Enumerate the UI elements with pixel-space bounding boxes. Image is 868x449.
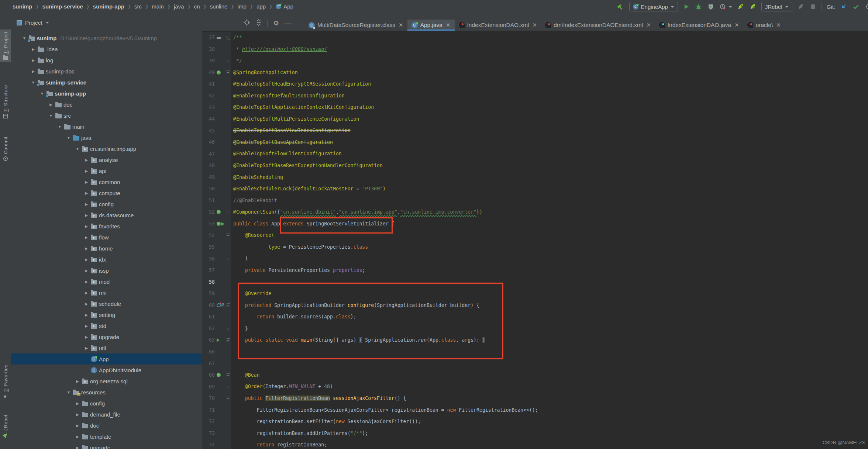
line-number[interactable]: 61 bbox=[202, 314, 216, 320]
chevron-collapsed-icon[interactable]: ▶ bbox=[75, 401, 80, 405]
tree-item-flow[interactable]: ▶flow bbox=[11, 232, 202, 243]
tree-item-resources[interactable]: ▼resources bbox=[11, 387, 202, 398]
tree-item-sunimp-doc[interactable]: ▶sunimp-doc bbox=[11, 66, 202, 77]
chevron-expanded-icon[interactable]: ▼ bbox=[66, 136, 72, 140]
tab-indexextensiondao-xml[interactable]: IndexExtensionDAO.xml✕ bbox=[455, 20, 541, 31]
sidebar-item-jrebel[interactable]: JRebel bbox=[0, 412, 11, 439]
close-icon[interactable]: ✕ bbox=[399, 22, 403, 28]
close-icon[interactable]: ✕ bbox=[646, 22, 651, 28]
tree-item-std[interactable]: ▶std bbox=[11, 320, 202, 331]
line-number[interactable]: 37 bbox=[202, 35, 216, 40]
code-line[interactable]: 71 FilterRegistrationBean<SessionAjaxCor… bbox=[202, 404, 868, 416]
chevron-collapsed-icon[interactable]: ▶ bbox=[83, 213, 89, 217]
line-number[interactable]: 70 bbox=[202, 396, 216, 401]
code-line[interactable]: 73 registrationBean.addUrlPatterns("/*")… bbox=[202, 428, 868, 439]
code-line[interactable]: 68− @Bean bbox=[202, 369, 868, 381]
tree-item-app[interactable]: CApp bbox=[11, 353, 202, 365]
code-line[interactable]: 74 return registrationBean; bbox=[202, 439, 868, 449]
code-line[interactable]: 42@EnableTopSoftDefaultJsonConfiguration bbox=[202, 90, 868, 102]
tree-item-upgrade[interactable]: ▶upgrade bbox=[11, 331, 202, 342]
chevron-collapsed-icon[interactable]: ▶ bbox=[75, 446, 80, 449]
line-number[interactable]: 45 bbox=[202, 128, 216, 134]
line-number[interactable]: 63 bbox=[202, 337, 216, 343]
tree-item-home[interactable]: ▶home bbox=[11, 243, 202, 254]
fold-collapsed-icon[interactable]: + bbox=[227, 338, 230, 342]
tree-item-doc[interactable]: ▶doc bbox=[11, 99, 202, 110]
tree-item-template[interactable]: ▶template bbox=[11, 431, 202, 442]
sidebar-item-project[interactable]: 1: Project bbox=[0, 30, 11, 62]
line-number[interactable]: 62 bbox=[202, 326, 216, 331]
sidebar-item-commit[interactable]: Commit bbox=[0, 134, 11, 163]
code-line[interactable]: 39⌂ */ bbox=[202, 55, 868, 67]
run-gutter-icon[interactable] bbox=[217, 338, 220, 342]
breadcrumb-item[interactable]: src bbox=[134, 3, 142, 10]
code-line[interactable]: 37−/** bbox=[202, 32, 868, 44]
chevron-collapsed-icon[interactable]: ▶ bbox=[83, 346, 89, 350]
build-hammer-icon[interactable] bbox=[617, 3, 624, 10]
fold-end-icon[interactable]: ⌂ bbox=[227, 327, 229, 331]
tree-item-java[interactable]: ▼java bbox=[11, 132, 202, 143]
close-icon[interactable]: ✕ bbox=[776, 22, 781, 28]
line-number[interactable]: 66 bbox=[202, 349, 216, 355]
fold-end-icon[interactable]: ⌂ bbox=[227, 210, 229, 214]
tree-item-rmi[interactable]: ▶rmi bbox=[11, 287, 202, 298]
code-line[interactable]: 43@EnableTopSoftApplicationContextKitCon… bbox=[202, 101, 868, 113]
code-line[interactable]: 46@EnableTopSoftBaseApiConfiguration bbox=[202, 137, 868, 148]
fold-end-icon[interactable]: ⌂ bbox=[227, 257, 229, 261]
chevron-collapsed-icon[interactable]: ▶ bbox=[75, 424, 80, 428]
chevron-collapsed-icon[interactable]: ▶ bbox=[75, 379, 80, 383]
chevron-collapsed-icon[interactable]: ▶ bbox=[83, 324, 89, 328]
line-number[interactable]: 42 bbox=[202, 93, 216, 99]
chevron-collapsed-icon[interactable]: ▶ bbox=[83, 313, 89, 317]
close-icon[interactable]: ✕ bbox=[734, 22, 739, 28]
tree-item-schedule[interactable]: ▶schedule bbox=[11, 298, 202, 309]
tree-item-setting[interactable]: ▶setting bbox=[11, 309, 202, 320]
chevron-collapsed-icon[interactable]: ▶ bbox=[83, 202, 89, 206]
locate-icon[interactable] bbox=[244, 19, 250, 27]
line-number[interactable]: 57 bbox=[202, 267, 216, 273]
chevron-collapsed-icon[interactable]: ▶ bbox=[83, 258, 89, 262]
line-number[interactable]: 58 bbox=[202, 279, 216, 285]
chevron-collapsed-icon[interactable]: ▶ bbox=[75, 435, 80, 439]
fold-end-icon[interactable]: ⌂ bbox=[227, 385, 229, 389]
sidebar-item-structure[interactable]: 7: Structure bbox=[0, 83, 11, 121]
line-number[interactable]: 39 bbox=[202, 58, 216, 63]
run-button[interactable] bbox=[683, 3, 690, 10]
fold-end-icon[interactable]: ⌂ bbox=[227, 59, 229, 63]
line-number[interactable]: 52 bbox=[202, 209, 216, 215]
tree-item-ds-datasource[interactable]: ▶ds.datasource bbox=[11, 210, 202, 221]
tree-item-config[interactable]: ▶config bbox=[11, 198, 202, 210]
chevron-collapsed-icon[interactable]: ▶ bbox=[83, 169, 89, 173]
line-number[interactable]: 72 bbox=[202, 419, 216, 424]
tree-item-appdbinitmodule[interactable]: CAppDbInitModule bbox=[11, 365, 202, 376]
tree-item-common[interactable]: ▶common bbox=[11, 176, 202, 187]
debug-button[interactable] bbox=[695, 3, 702, 10]
code-line[interactable]: 72 registrationBean.setFilter(new Sessio… bbox=[202, 416, 868, 428]
line-number[interactable]: 40 bbox=[202, 70, 216, 75]
run-configuration-select[interactable]: C EngineApp bbox=[629, 2, 678, 11]
close-icon[interactable]: ✕ bbox=[533, 22, 537, 28]
chevron-collapsed-icon[interactable]: ▶ bbox=[30, 47, 36, 51]
chevron-down-icon[interactable] bbox=[45, 22, 49, 24]
code-line[interactable]: 52⌂@ComponentScan({"cn.sunline.dbinit","… bbox=[202, 206, 868, 218]
chevron-collapsed-icon[interactable]: ▶ bbox=[83, 269, 89, 273]
code-editor[interactable]: 37−/**38 * http://localhost:8080/sunimp/… bbox=[202, 31, 868, 449]
fold-open-icon[interactable]: − bbox=[227, 373, 230, 377]
hide-panel-icon[interactable]: — bbox=[285, 21, 291, 26]
tree-item-favorites[interactable]: ▶favorites bbox=[11, 221, 202, 232]
line-number[interactable]: 60 bbox=[202, 303, 216, 308]
git-commit-button[interactable] bbox=[852, 3, 860, 10]
line-number[interactable]: 71 bbox=[202, 407, 216, 413]
tree-item-cn-sunline-imp-app[interactable]: ▼cn.sunline.imp.app bbox=[11, 143, 202, 154]
line-number[interactable]: 49 bbox=[202, 175, 216, 180]
history-icon[interactable] bbox=[864, 3, 868, 10]
chevron-collapsed-icon[interactable]: ▶ bbox=[83, 335, 89, 339]
code-line[interactable]: 56⌂ ) bbox=[202, 253, 868, 265]
tab-app-java[interactable]: CApp.java✕ bbox=[407, 20, 455, 31]
code-line[interactable]: 51//@EnableRabbit bbox=[202, 195, 868, 207]
tree-item-analyse[interactable]: ▶analyse bbox=[11, 154, 202, 165]
line-number[interactable]: 73 bbox=[202, 431, 216, 436]
chevron-collapsed-icon[interactable]: ▶ bbox=[83, 224, 89, 228]
line-number[interactable]: 53 bbox=[202, 221, 216, 227]
chevron-collapsed-icon[interactable]: ▶ bbox=[83, 302, 89, 306]
